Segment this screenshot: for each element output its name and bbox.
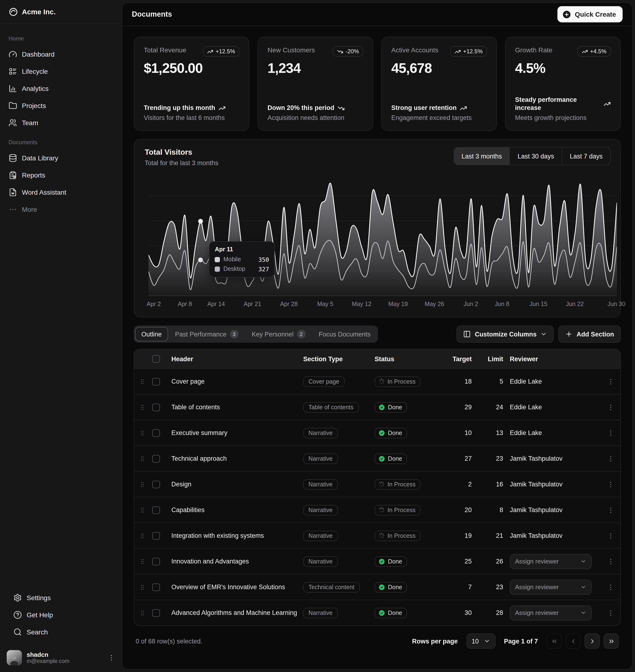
drag-handle[interactable] <box>134 378 150 385</box>
row-checkbox[interactable] <box>152 455 160 462</box>
area-chart[interactable] <box>149 179 617 296</box>
sidebar-item-search[interactable]: Search <box>9 624 112 641</box>
sidebar-item-settings[interactable]: Settings <box>9 589 112 606</box>
drag-handle[interactable] <box>134 455 150 462</box>
drag-handle[interactable] <box>134 532 150 539</box>
target-value[interactable]: 20 <box>445 507 479 514</box>
row-header-title[interactable]: Table of contents <box>170 404 301 411</box>
row-checkbox[interactable] <box>152 506 160 514</box>
range-last-30-days[interactable]: Last 30 days <box>509 148 562 165</box>
row-actions-kebab[interactable] <box>601 378 620 385</box>
range-last-7-days[interactable]: Last 7 days <box>562 148 610 165</box>
row-header-title[interactable]: Cover page <box>170 378 301 385</box>
limit-value[interactable]: 28 <box>479 609 508 616</box>
sidebar-item-reports[interactable]: Reports <box>5 166 117 184</box>
limit-value[interactable]: 21 <box>479 532 508 539</box>
trend-badge: -20% <box>333 46 363 57</box>
drag-handle[interactable] <box>134 403 150 411</box>
sidebar-item-lifecycle[interactable]: Lifecycle <box>5 63 117 80</box>
row-actions-kebab[interactable] <box>601 558 620 565</box>
rows-per-page-select[interactable]: 10 <box>466 633 495 649</box>
row-actions-kebab[interactable] <box>601 480 620 488</box>
tab-past-performance[interactable]: Past Performance3 <box>169 327 245 341</box>
assign-reviewer-select[interactable]: Assign reviewer <box>510 605 592 620</box>
target-value[interactable]: 7 <box>445 583 479 590</box>
assign-reviewer-select[interactable]: Assign reviewer <box>510 579 592 595</box>
row-actions-kebab[interactable] <box>601 506 620 514</box>
tab-outline[interactable]: Outline <box>135 327 168 341</box>
user-menu[interactable]: shadcn m@example.com <box>0 644 122 672</box>
row-checkbox[interactable] <box>152 532 160 539</box>
col-limit: Limit <box>479 355 508 362</box>
chart-plot[interactable]: Apr 11 Mobile 350 Desktop 327 <box>134 171 620 296</box>
row-checkbox[interactable] <box>152 609 160 617</box>
row-header-title[interactable]: Integration with existing systems <box>170 532 301 539</box>
row-actions-kebab[interactable] <box>601 455 620 462</box>
target-value[interactable]: 10 <box>445 429 479 436</box>
prev-page-button[interactable] <box>566 633 581 649</box>
sidebar-item-team[interactable]: Team <box>5 114 117 131</box>
drag-handle[interactable] <box>134 609 150 617</box>
drag-handle[interactable] <box>134 583 150 591</box>
drag-handle[interactable] <box>134 480 150 488</box>
sidebar-item-get-help[interactable]: Get Help <box>9 606 112 624</box>
row-checkbox[interactable] <box>152 378 160 385</box>
row-header-title[interactable]: Technical approach <box>170 455 301 462</box>
target-value[interactable]: 27 <box>445 455 479 462</box>
row-checkbox[interactable] <box>152 429 160 436</box>
customize-columns-button[interactable]: Customize Columns <box>457 326 554 343</box>
sidebar-item-dashboard[interactable]: Dashboard <box>5 46 117 63</box>
row-checkbox[interactable] <box>152 403 160 411</box>
status-badge: Done <box>375 428 407 438</box>
sidebar-item-word-assistant[interactable]: Word Assistant <box>5 184 117 201</box>
row-actions-kebab[interactable] <box>601 429 620 436</box>
target-value[interactable]: 2 <box>445 481 479 488</box>
target-value[interactable]: 30 <box>445 609 479 616</box>
select-all-checkbox[interactable] <box>152 355 160 363</box>
sidebar-item-projects[interactable]: Projects <box>5 97 117 114</box>
limit-value[interactable]: 8 <box>479 507 508 514</box>
drag-handle[interactable] <box>134 506 150 514</box>
row-checkbox[interactable] <box>152 480 160 488</box>
sidebar-item-data-library[interactable]: Data Library <box>5 150 117 166</box>
trend-up-icon <box>455 48 461 54</box>
limit-value[interactable]: 24 <box>479 404 508 411</box>
range-last-3-months[interactable]: Last 3 months <box>454 148 509 165</box>
target-value[interactable]: 25 <box>445 558 479 565</box>
first-page-button[interactable] <box>546 633 562 649</box>
drag-handle[interactable] <box>134 558 150 565</box>
row-header-title[interactable]: Executive summary <box>170 429 301 436</box>
sidebar-item-more[interactable]: More <box>5 201 117 218</box>
row-actions-kebab[interactable] <box>601 403 620 411</box>
limit-value[interactable]: 23 <box>479 455 508 462</box>
row-header-title[interactable]: Overview of EMR's Innovative Solutions <box>170 583 301 590</box>
brand[interactable]: Acme Inc. <box>0 0 122 24</box>
limit-value[interactable]: 16 <box>479 481 508 488</box>
drag-handle[interactable] <box>134 429 150 436</box>
assign-reviewer-select[interactable]: Assign reviewer <box>510 554 592 569</box>
row-header-title[interactable]: Innovation and Advantages <box>170 558 301 565</box>
row-checkbox[interactable] <box>152 558 160 565</box>
quick-create-button[interactable]: Quick Create <box>557 6 622 22</box>
tab-key-personnel[interactable]: Key Personnel2 <box>246 327 312 341</box>
last-page-button[interactable] <box>604 633 619 649</box>
limit-value[interactable]: 13 <box>479 429 508 436</box>
add-section-button[interactable]: Add Section <box>559 326 621 343</box>
limit-value[interactable]: 23 <box>479 583 508 590</box>
row-actions-kebab[interactable] <box>601 583 620 591</box>
row-header-title[interactable]: Capabilities <box>170 507 301 514</box>
tab-focus-documents[interactable]: Focus Documents <box>312 327 377 341</box>
limit-value[interactable]: 26 <box>479 558 508 565</box>
target-value[interactable]: 18 <box>445 378 479 385</box>
row-header-title[interactable]: Advanced Algorithms and Machine Learning <box>170 609 301 616</box>
next-page-button[interactable] <box>585 633 600 649</box>
row-header-title[interactable]: Design <box>170 481 301 488</box>
limit-value[interactable]: 5 <box>479 378 508 385</box>
row-actions-kebab[interactable] <box>601 532 620 539</box>
target-value[interactable]: 29 <box>445 404 479 411</box>
row-checkbox[interactable] <box>152 583 160 591</box>
row-actions-kebab[interactable] <box>601 609 620 617</box>
sidebar-item-analytics[interactable]: Analytics <box>5 80 117 97</box>
user-kebab-icon[interactable] <box>108 654 115 662</box>
target-value[interactable]: 19 <box>445 532 479 539</box>
